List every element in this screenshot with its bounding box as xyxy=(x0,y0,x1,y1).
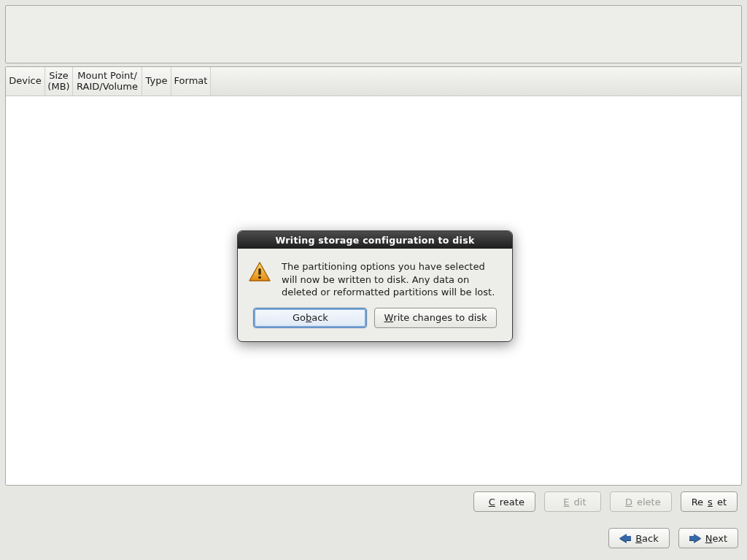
btn-mn: s xyxy=(708,497,713,508)
dialog-title: Writing storage configuration to disk xyxy=(238,231,512,249)
col-header-mount[interactable]: Mount Point/ RAID/Volume xyxy=(73,67,142,96)
delete-button: Delete xyxy=(610,491,672,512)
col-header-type[interactable]: Type xyxy=(142,67,171,96)
btn-pre: Go xyxy=(293,312,306,323)
col-header-device[interactable]: Device xyxy=(6,67,45,96)
svg-rect-0 xyxy=(258,268,260,275)
btn-mn: D xyxy=(625,497,632,508)
wizard-nav-row: Back Next xyxy=(608,528,738,548)
btn-post: ack xyxy=(311,312,328,323)
btn-mn: N xyxy=(705,533,713,544)
write-storage-dialog: Writing storage configuration to disk Th… xyxy=(237,230,513,342)
btn-mn: E xyxy=(563,497,569,508)
table-header-row: Device Size (MB) Mount Point/ RAID/Volum… xyxy=(6,67,741,96)
arrow-left-icon xyxy=(619,534,631,542)
col-header-size[interactable]: Size (MB) xyxy=(45,67,73,96)
col-header-filler xyxy=(211,67,741,96)
btn-post: dit xyxy=(574,497,587,508)
btn-post: reate xyxy=(500,497,525,508)
btn-post: rite changes to disk xyxy=(393,312,487,323)
btn-mn: B xyxy=(635,533,642,544)
dialog-button-row: Go back Write changes to disk xyxy=(238,303,512,341)
btn-mn: W xyxy=(384,312,393,323)
btn-mn: C xyxy=(489,497,495,508)
btn-post: et xyxy=(717,497,727,508)
create-button[interactable]: Create xyxy=(473,491,535,512)
back-button[interactable]: Back xyxy=(608,528,670,548)
btn-post: ext xyxy=(712,533,727,544)
warning-icon xyxy=(248,260,271,284)
svg-point-1 xyxy=(258,276,261,279)
btn-mn: b xyxy=(306,312,311,323)
col-header-format[interactable]: Format xyxy=(171,67,211,96)
edit-button: Edit xyxy=(544,491,601,512)
dialog-body: The partitioning options you have select… xyxy=(238,249,512,303)
disk-graphic-pane xyxy=(5,5,742,63)
btn-post: ack xyxy=(642,533,659,544)
write-changes-button[interactable]: Write changes to disk xyxy=(374,308,496,328)
dialog-message: The partitioning options you have select… xyxy=(282,260,500,299)
next-button[interactable]: Next xyxy=(678,528,738,548)
go-back-button[interactable]: Go back xyxy=(253,308,367,328)
arrow-right-icon xyxy=(689,534,701,542)
partition-action-row: Create Edit Delete Reset xyxy=(5,491,742,512)
btn-pre: Re xyxy=(692,497,703,508)
btn-post: elete xyxy=(637,497,661,508)
reset-button[interactable]: Reset xyxy=(681,491,738,512)
